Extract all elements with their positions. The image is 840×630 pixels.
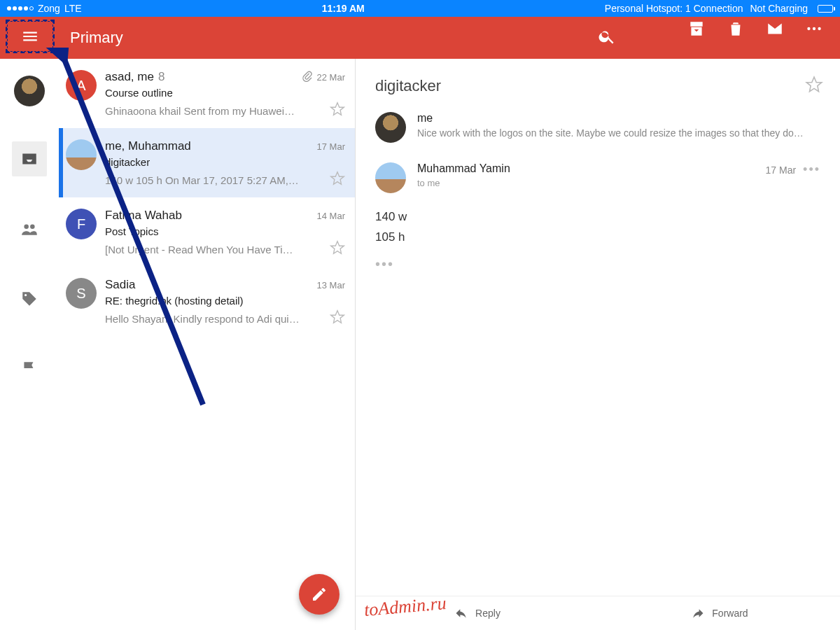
preview-label: [Not Urgent - Read When You Have Ti… bbox=[105, 244, 324, 255]
star-toggle[interactable] bbox=[330, 102, 345, 120]
star-toggle[interactable] bbox=[330, 171, 345, 189]
status-time: 11:19 AM bbox=[82, 3, 605, 14]
date-label: 13 Mar bbox=[317, 280, 345, 290]
subject-label: Post Topics bbox=[105, 225, 345, 237]
sender-label: asad, me bbox=[105, 70, 154, 84]
sender-label: Sadia bbox=[105, 278, 135, 292]
svg-point-5 bbox=[24, 294, 27, 296]
preview-label: Ghinaoona khail Sent from my Huawei… bbox=[105, 105, 324, 117]
rail-primary[interactable] bbox=[12, 141, 47, 176]
reply-icon bbox=[453, 606, 470, 620]
search-button[interactable] bbox=[598, 27, 616, 48]
expanded-date: 17 Mar bbox=[766, 164, 797, 176]
preview-label: Hello Shayan, Kindly respond to Adi qui… bbox=[105, 313, 324, 325]
message-subject: digitacker bbox=[375, 77, 441, 95]
svg-point-2 bbox=[818, 27, 820, 30]
sender-avatar: S bbox=[66, 278, 97, 309]
forward-button[interactable]: Forward bbox=[598, 596, 840, 630]
network-label: LTE bbox=[64, 3, 82, 14]
svg-point-3 bbox=[24, 225, 29, 230]
envelope-icon bbox=[766, 20, 784, 38]
expanded-message: Muhammad Yamin to me 17 Mar ••• 140 w 10… bbox=[356, 157, 840, 286]
expanded-to[interactable]: to me bbox=[417, 178, 755, 188]
message-more-button[interactable]: ••• bbox=[803, 162, 820, 177]
rail-promotions[interactable] bbox=[12, 281, 47, 316]
status-bar: Zong LTE 11:19 AM Personal Hotspot: 1 Co… bbox=[0, 0, 840, 17]
sender-avatar bbox=[375, 112, 406, 143]
sender-avatar[interactable] bbox=[375, 162, 406, 193]
subject-label: Course outline bbox=[105, 87, 345, 99]
rail-updates[interactable] bbox=[12, 351, 47, 386]
attachment-icon bbox=[302, 71, 313, 84]
archive-icon bbox=[687, 20, 706, 38]
date-label: 14 Mar bbox=[317, 211, 345, 221]
collapsed-snippet: Nice work with the logos on the site. Ma… bbox=[417, 127, 820, 139]
thread-count: 8 bbox=[158, 70, 164, 84]
search-icon bbox=[598, 27, 616, 46]
carrier-label: Zong bbox=[38, 3, 60, 14]
email-list: Aasad, me822 MarCourse outlineGhinaoona … bbox=[59, 59, 356, 630]
hamburger-icon bbox=[21, 27, 39, 46]
compose-button[interactable] bbox=[299, 574, 340, 615]
collapsed-message[interactable]: me Nice work with the logos on the site.… bbox=[356, 105, 840, 157]
sender-avatar bbox=[66, 139, 97, 170]
subject-label: RE: thegrid.pk (hosting detail) bbox=[105, 295, 345, 307]
account-rail bbox=[0, 59, 59, 630]
flag-icon bbox=[20, 360, 38, 378]
star-toggle[interactable] bbox=[330, 309, 345, 328]
date-label: 17 Mar bbox=[317, 141, 345, 152]
preview-label: 140 w 105 h On Mar 17, 2017 5:27 AM,… bbox=[105, 174, 324, 186]
trash-icon bbox=[727, 20, 745, 38]
hamburger-highlight bbox=[6, 20, 55, 53]
email-item[interactable]: FFatima Wahab14 MarPost Topics[Not Urgen… bbox=[59, 197, 355, 267]
account-avatar[interactable] bbox=[14, 76, 45, 106]
subject-label: digitacker bbox=[105, 156, 345, 168]
svg-point-1 bbox=[813, 27, 816, 30]
dots-icon bbox=[805, 20, 823, 38]
show-trimmed-button[interactable]: ••• bbox=[375, 256, 820, 272]
sender-avatar: A bbox=[66, 70, 97, 101]
more-button[interactable] bbox=[805, 20, 823, 41]
star-toggle[interactable] bbox=[805, 76, 823, 97]
forward-icon bbox=[690, 606, 706, 620]
archive-button[interactable] bbox=[687, 20, 706, 41]
folder-title[interactable]: Primary bbox=[70, 29, 123, 47]
delete-button[interactable] bbox=[727, 20, 745, 41]
tag-icon bbox=[20, 290, 38, 308]
people-icon bbox=[20, 220, 38, 238]
star-toggle[interactable] bbox=[330, 240, 345, 258]
expanded-from: Muhammad Yamin bbox=[417, 162, 755, 175]
sender-label: Fatima Wahab bbox=[105, 209, 182, 223]
reading-pane: digitacker me Nice work with the logos o… bbox=[356, 59, 840, 630]
battery-icon bbox=[818, 5, 833, 13]
message-body: 140 w 105 h bbox=[375, 207, 820, 248]
inbox-icon bbox=[20, 150, 38, 168]
email-item[interactable]: SSadia13 MarRE: thegrid.pk (hosting deta… bbox=[59, 267, 355, 336]
email-item[interactable]: me, Muhammad17 Mardigitacker140 w 105 h … bbox=[59, 128, 355, 197]
date-label: 22 Mar bbox=[302, 71, 345, 84]
svg-point-0 bbox=[807, 27, 810, 30]
hotspot-label: Personal Hotspot: 1 Connection bbox=[605, 3, 743, 14]
email-item[interactable]: Aasad, me822 MarCourse outlineGhinaoona … bbox=[59, 59, 355, 128]
app-bar: Primary bbox=[0, 17, 840, 59]
battery-label: Not Charging bbox=[750, 3, 808, 14]
rail-social[interactable] bbox=[12, 211, 47, 246]
collapsed-from: me bbox=[417, 112, 820, 125]
signal-dots-icon bbox=[7, 6, 34, 10]
sender-label: me, Muhammad bbox=[105, 139, 191, 153]
sender-avatar: F bbox=[66, 209, 97, 239]
menu-button[interactable] bbox=[8, 21, 52, 52]
pencil-icon bbox=[311, 586, 328, 603]
svg-point-4 bbox=[30, 225, 35, 230]
mark-unread-button[interactable] bbox=[766, 20, 784, 41]
